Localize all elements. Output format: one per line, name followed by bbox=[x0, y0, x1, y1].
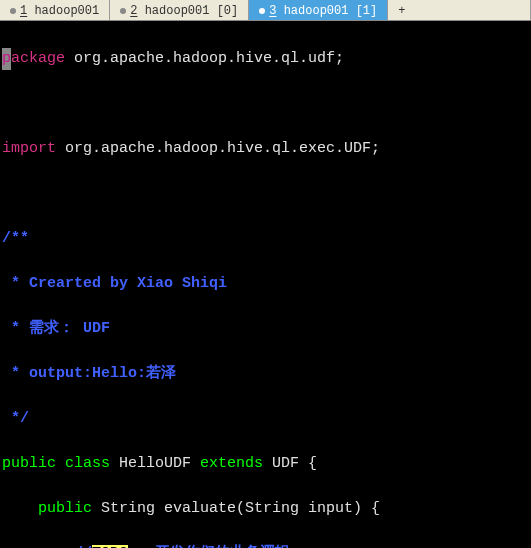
code-line: import org.apache.hadoop.hive.ql.exec.UD… bbox=[2, 138, 529, 161]
editor-area[interactable]: package org.apache.hadoop.hive.ql.udf; i… bbox=[0, 21, 531, 548]
tab-2[interactable]: 2 hadoop001 [0] bbox=[110, 0, 249, 20]
code-line: package org.apache.hadoop.hive.ql.udf; bbox=[2, 48, 529, 71]
code-line: * output:Hello:若泽 bbox=[2, 363, 529, 386]
code-line: * Crearted by Xiao Shiqi bbox=[2, 273, 529, 296]
code-line: public String evaluate(String input) { bbox=[2, 498, 529, 521]
code-line: */ bbox=[2, 408, 529, 431]
todo-highlight: TODO bbox=[92, 545, 128, 549]
code-line: /** bbox=[2, 228, 529, 251]
tab-1[interactable]: 1 hadoop001 bbox=[0, 0, 110, 20]
code-line: public class HelloUDF extends UDF { bbox=[2, 453, 529, 476]
dot-icon bbox=[259, 8, 265, 14]
code-line: //TODO...开发你们的业务逻辑 bbox=[2, 543, 529, 549]
code-line: * 需求： UDF bbox=[2, 318, 529, 341]
dot-icon bbox=[10, 8, 16, 14]
code-line bbox=[2, 183, 529, 206]
tab-spacer: + bbox=[388, 0, 531, 20]
dot-icon bbox=[120, 8, 126, 14]
code-line bbox=[2, 93, 529, 116]
tab-3[interactable]: 3 hadoop001 [1] bbox=[249, 0, 388, 20]
tab-bar: 1 hadoop001 2 hadoop001 [0] 3 hadoop001 … bbox=[0, 0, 531, 21]
cursor: p bbox=[2, 48, 11, 71]
